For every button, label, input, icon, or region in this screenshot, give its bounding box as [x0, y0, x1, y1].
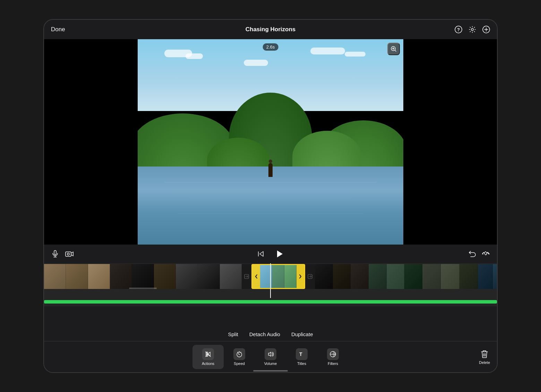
- reflection-line-2: [191, 198, 350, 198]
- svg-rect-6: [66, 252, 71, 256]
- device-frame: Done Chasing Horizons ?: [43, 19, 498, 373]
- clip-1-thumb: [44, 264, 110, 289]
- titles-label: Titles: [297, 361, 306, 366]
- help-button[interactable]: ?: [455, 26, 462, 33]
- actions-tool-button[interactable]: Actions: [192, 345, 224, 369]
- top-bar-right: ?: [455, 26, 490, 33]
- controls-bar: [44, 245, 497, 263]
- add-button[interactable]: [482, 26, 490, 33]
- thumb-seg: [88, 264, 110, 289]
- cloud-4: [345, 52, 366, 57]
- black-left: [44, 39, 138, 245]
- done-button[interactable]: Done: [51, 26, 65, 33]
- transition-icon-2[interactable]: [305, 264, 315, 289]
- thumb-seg: [460, 264, 478, 289]
- svg-point-7: [67, 253, 69, 255]
- audio-levels-button[interactable]: [482, 250, 490, 258]
- thumb-seg: [176, 264, 198, 289]
- delete-button[interactable]: Delete: [479, 349, 490, 365]
- volume-label: Volume: [264, 361, 277, 366]
- clip-3[interactable]: [176, 264, 242, 289]
- video-canvas: 2.6s: [138, 39, 403, 245]
- clip-7-thumb: [478, 264, 497, 289]
- bottom-toolbar: Actions Speed: [44, 341, 497, 372]
- svg-text:?: ?: [457, 27, 460, 32]
- speed-icon: [233, 348, 245, 360]
- filters-tool-button[interactable]: Filters: [317, 345, 349, 369]
- filters-icon: [327, 348, 339, 360]
- clip-5-thumb: [369, 264, 422, 289]
- selected-clip-thumb: [260, 265, 297, 289]
- thumb-seg: [44, 264, 66, 289]
- selected-clip[interactable]: [251, 264, 305, 289]
- clip-2[interactable]: [110, 264, 176, 289]
- clip-7[interactable]: [478, 264, 497, 289]
- clip-6[interactable]: [422, 264, 478, 289]
- split-button[interactable]: Split: [228, 331, 238, 337]
- speed-tool-button[interactable]: Speed: [224, 345, 255, 369]
- clip-6-thumb: [422, 264, 478, 289]
- thumb-seg: [315, 264, 333, 289]
- water: [138, 167, 403, 245]
- thumb-seg: [387, 264, 405, 289]
- timestamp-badge: 2.6s: [263, 43, 278, 51]
- svg-point-2: [471, 28, 473, 31]
- speed-label: Speed: [234, 361, 245, 366]
- svg-point-11: [239, 354, 240, 355]
- timeline-scroll: [44, 263, 497, 290]
- detach-audio-button[interactable]: Detach Audio: [249, 331, 280, 337]
- clip-4[interactable]: [315, 264, 369, 289]
- clip-1[interactable]: [44, 264, 110, 289]
- titles-icon: T: [296, 348, 308, 360]
- reflection-line-3: [178, 213, 363, 214]
- controls-right: [468, 250, 490, 258]
- duplicate-button[interactable]: Duplicate: [291, 331, 313, 337]
- transition-icon-1[interactable]: [242, 264, 251, 289]
- top-bar-left: Done: [51, 26, 65, 33]
- thumb-seg: [441, 264, 459, 289]
- camera-button[interactable]: [65, 250, 74, 258]
- volume-tool-button[interactable]: Volume: [255, 345, 286, 369]
- project-title: Chasing Horizons: [246, 26, 296, 33]
- thumb-seg: [110, 264, 132, 289]
- thumb-seg: [404, 264, 422, 289]
- thumb-seg: [132, 264, 154, 289]
- volume-icon: [265, 348, 276, 360]
- video-preview-container: 2.6s: [44, 39, 497, 245]
- clip-5[interactable]: [369, 264, 422, 289]
- thumb-seg: [493, 264, 497, 289]
- timeline-area[interactable]: [44, 263, 497, 298]
- black-right: [403, 39, 497, 245]
- skip-back-button[interactable]: [257, 250, 265, 258]
- thumb-seg: [272, 265, 284, 289]
- clip-4-thumb: [315, 264, 369, 289]
- thumb-seg: [198, 264, 220, 289]
- cloud-3: [310, 48, 345, 54]
- actions-icon: [202, 348, 214, 360]
- clip-handle-right[interactable]: [297, 265, 304, 288]
- zoom-button[interactable]: [387, 43, 400, 55]
- controls-left: [51, 250, 74, 258]
- microphone-button[interactable]: [51, 250, 59, 258]
- clip-handle-left[interactable]: [252, 265, 260, 288]
- delete-label: Delete: [479, 360, 490, 365]
- clip-2-thumb: [110, 264, 176, 289]
- settings-button[interactable]: [469, 26, 476, 33]
- thumb-seg: [284, 265, 297, 289]
- scroll-indicator: [253, 370, 288, 372]
- thumb-seg: [369, 264, 387, 289]
- thumb-seg: [260, 265, 272, 289]
- audio-bar: [44, 300, 497, 304]
- audio-track: [44, 298, 497, 306]
- thumb-seg: [66, 264, 88, 289]
- thumb-seg: [422, 264, 441, 289]
- play-button[interactable]: [274, 249, 284, 259]
- undo-button[interactable]: [468, 250, 476, 258]
- clip-3-thumb: [176, 264, 242, 289]
- toolbar-items: Actions Speed: [192, 345, 349, 369]
- cloud-5: [244, 60, 268, 66]
- svg-text:T: T: [299, 351, 302, 357]
- timeline-spacer: [44, 306, 497, 327]
- titles-tool-button[interactable]: T Titles: [286, 345, 317, 369]
- filters-label: Filters: [328, 361, 338, 366]
